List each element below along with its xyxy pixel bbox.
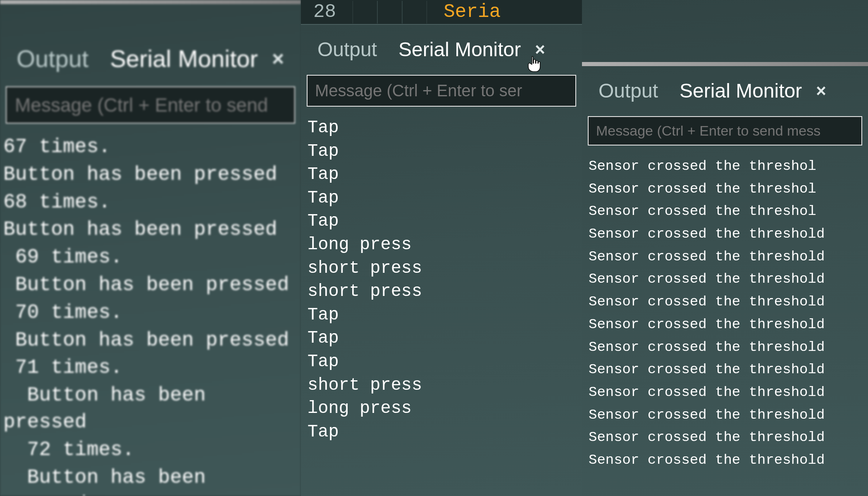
log-line: Tap (308, 140, 575, 163)
log-line: Tap (308, 163, 575, 186)
close-icon[interactable]: × (535, 40, 545, 60)
log-line: 71 times. (3, 354, 294, 381)
log-line: Sensor crossed the threshold (589, 268, 861, 290)
tab-bar: Output Serial Monitor × (301, 25, 582, 72)
line-number: 28 (313, 1, 336, 23)
serial-log: Sensor crossed the thresholSensor crosse… (582, 150, 868, 477)
log-line: Sensor crossed the threshol (589, 200, 861, 222)
log-line: short press (308, 280, 575, 303)
close-icon[interactable]: × (272, 47, 284, 71)
log-line: 67 times. (3, 134, 294, 160)
log-line: Sensor crossed the threshol (589, 178, 861, 200)
message-input-container (307, 75, 576, 107)
serial-monitor-panel-left: Output Serial Monitor × 67 times.Button … (0, 0, 301, 496)
tab-output[interactable]: Output (308, 35, 386, 64)
log-line: Sensor crossed the threshold (589, 223, 861, 245)
log-line: Sensor crossed the threshold (589, 427, 861, 448)
log-line: Tap (308, 327, 575, 350)
tab-bar: Output Serial Monitor × (582, 66, 868, 113)
log-line: Button has been pressed (3, 161, 294, 188)
editor-strip: 28 Seria (301, 0, 582, 25)
log-line: short press (308, 374, 575, 397)
gutter-divider (402, 1, 427, 24)
tab-serial-monitor[interactable]: Serial Monitor (670, 76, 811, 105)
log-line: short press (308, 257, 575, 280)
log-line: long press (308, 397, 575, 420)
log-line: Sensor crossed the threshold (589, 291, 861, 313)
close-icon[interactable]: × (816, 81, 826, 101)
gutter-divider (377, 1, 402, 24)
log-line: Sensor crossed the threshold (589, 404, 861, 426)
tab-output[interactable]: Output (589, 76, 667, 105)
code-token: Seria (444, 1, 501, 23)
serial-log: TapTapTapTapTaplong pressshort pressshor… (301, 112, 582, 449)
log-line: Tap (308, 117, 575, 139)
log-line: Button has been pressed (3, 464, 294, 496)
message-input[interactable] (588, 116, 862, 145)
tab-bar: Output Serial Monitor × (0, 4, 301, 83)
top-divider (582, 62, 868, 66)
log-line: Sensor crossed the threshold (589, 246, 861, 268)
log-line: 68 times. (3, 189, 294, 216)
log-line: Sensor crossed the threshold (589, 336, 861, 358)
message-input-container (588, 116, 862, 145)
log-line: 69 times. (3, 244, 294, 271)
log-line: Tap (308, 210, 575, 233)
log-line: Button has been pressed (3, 327, 294, 354)
tab-serial-monitor[interactable]: Serial Monitor (101, 41, 267, 76)
log-line: Button has been pressed (3, 216, 294, 243)
serial-log: 67 times.Button has been pressed68 times… (0, 129, 301, 496)
log-line: Tap (308, 304, 575, 327)
log-line: Tap (308, 187, 575, 210)
log-line: Sensor crossed the threshold (589, 382, 861, 403)
message-input[interactable] (307, 75, 576, 107)
message-input-container (6, 86, 295, 124)
gutter-divider (353, 1, 377, 24)
log-line: Sensor crossed the threshol (589, 155, 861, 177)
log-line: 70 times. (3, 299, 294, 326)
log-line: Button has been pressed (3, 272, 294, 298)
log-line: Sensor crossed the threshold (589, 449, 861, 471)
top-divider (0, 0, 301, 4)
tab-serial-monitor[interactable]: Serial Monitor (389, 35, 530, 64)
tab-output[interactable]: Output (7, 41, 98, 76)
serial-monitor-panel-right: Output Serial Monitor × Sensor crossed t… (582, 0, 868, 496)
log-line: Tap (308, 351, 575, 373)
log-line: 72 times. (3, 436, 294, 463)
log-line: Button has been pressed (3, 382, 294, 436)
message-input[interactable] (6, 86, 295, 124)
log-line: Sensor crossed the threshold (589, 359, 861, 381)
log-line: Sensor crossed the threshold (589, 314, 861, 336)
log-line: Tap (308, 421, 575, 444)
log-line: long press (308, 234, 575, 256)
serial-monitor-panel-center: 28 Seria Output Serial Monitor × TapTapT… (301, 0, 582, 496)
